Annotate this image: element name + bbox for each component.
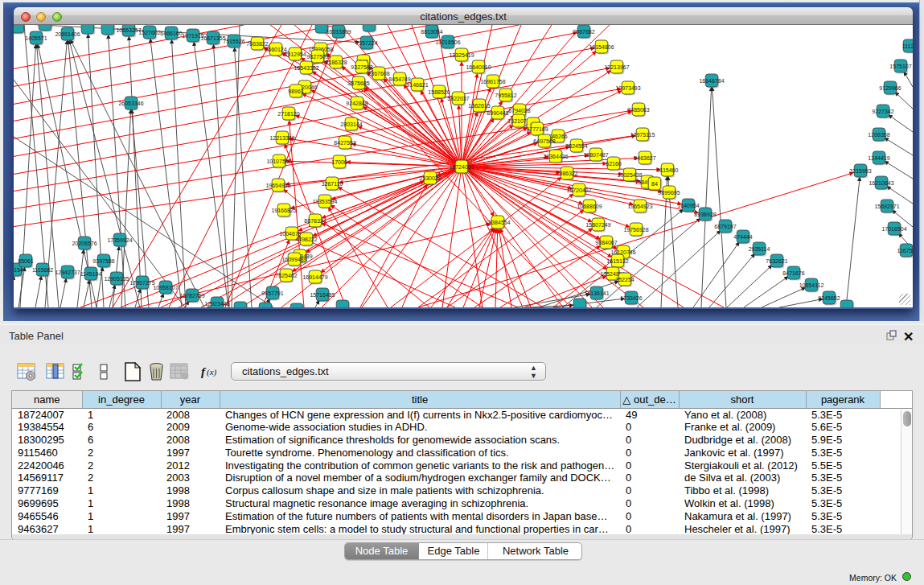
svg-text:8186328: 8186328 xyxy=(325,60,347,65)
svg-text:14136141: 14136141 xyxy=(584,290,609,296)
svg-text:8427552: 8427552 xyxy=(334,140,355,146)
svg-text:19166825: 19166825 xyxy=(271,208,296,213)
svg-text:16640910: 16640910 xyxy=(466,64,491,70)
svg-text:8813054: 8813054 xyxy=(421,29,442,35)
svg-text:2087682: 2087682 xyxy=(573,29,594,35)
svg-text:6466160: 6466160 xyxy=(160,31,182,36)
svg-text:3875685: 3875685 xyxy=(347,80,369,86)
svg-text:16961758: 16961758 xyxy=(480,79,505,84)
svg-text:16648784: 16648784 xyxy=(699,78,724,84)
svg-text:8878334: 8878334 xyxy=(304,218,326,224)
svg-text:16914479: 16914479 xyxy=(302,274,327,280)
svg-text:8471676: 8471676 xyxy=(782,270,804,276)
svg-text:8454749: 8454749 xyxy=(388,76,410,82)
svg-text:1640954: 1640954 xyxy=(677,203,699,208)
svg-text:1527602: 1527602 xyxy=(138,30,160,35)
svg-text:7663822: 7663822 xyxy=(246,41,268,47)
svg-text:9463627: 9463627 xyxy=(634,155,655,161)
svg-text:12923448: 12923448 xyxy=(204,301,229,307)
svg-text:19384554: 19384554 xyxy=(485,220,510,225)
svg-text:16671355: 16671355 xyxy=(200,35,225,41)
svg-text:10107553: 10107553 xyxy=(266,159,291,164)
svg-text:15720407: 15720407 xyxy=(566,187,591,193)
svg-text:5822037: 5822037 xyxy=(447,96,469,101)
svg-text:16099489: 16099489 xyxy=(281,257,306,262)
svg-text:16543382: 16543382 xyxy=(294,65,318,71)
svg-text:10653257: 10653257 xyxy=(116,27,141,33)
svg-text:15692971: 15692971 xyxy=(874,204,899,209)
svg-text:16154806: 16154806 xyxy=(589,44,614,50)
svg-text:12213389: 12213389 xyxy=(269,135,294,141)
svg-text:16120746: 16120746 xyxy=(610,249,635,255)
svg-text:21364436: 21364436 xyxy=(543,154,568,159)
svg-text:11353594: 11353594 xyxy=(313,199,338,204)
svg-text:84: 84 xyxy=(651,181,658,187)
svg-text:9397586: 9397586 xyxy=(92,258,114,264)
svg-text:9227342: 9227342 xyxy=(872,109,893,114)
svg-text:4498222: 4498222 xyxy=(295,237,317,242)
svg-text:1145194: 1145194 xyxy=(80,271,102,277)
svg-text:7625402: 7625402 xyxy=(275,273,297,278)
svg-text:2718120: 2718120 xyxy=(277,111,299,117)
svg-text:3824554: 3824554 xyxy=(565,143,587,149)
svg-text:9245652: 9245652 xyxy=(818,295,840,301)
svg-text:116753: 116753 xyxy=(897,248,913,253)
svg-text:7485063: 7485063 xyxy=(627,107,649,113)
svg-text:1733426: 1733426 xyxy=(620,295,642,301)
svg-text:8990448: 8990448 xyxy=(487,110,508,116)
svg-text:17006: 17006 xyxy=(331,159,347,165)
svg-text:18724007: 18724007 xyxy=(449,164,474,170)
svg-text:3215993: 3215993 xyxy=(849,168,871,174)
svg-text:10654112: 10654112 xyxy=(799,282,824,288)
svg-text:1244419: 1244419 xyxy=(868,155,889,161)
svg-text:7955812: 7955812 xyxy=(495,93,516,98)
svg-text:8938928: 8938928 xyxy=(694,212,716,217)
svg-text:1615132: 1615132 xyxy=(606,258,628,264)
svg-text:12905135: 12905135 xyxy=(104,276,129,282)
svg-text:1405571: 1405571 xyxy=(25,35,47,41)
svg-text:7515526: 7515526 xyxy=(223,39,244,44)
svg-text:98961: 98961 xyxy=(288,89,304,94)
svg-text:3267110: 3267110 xyxy=(322,181,343,187)
svg-text:6794028: 6794028 xyxy=(508,108,530,113)
svg-text:7986322: 7986322 xyxy=(556,171,577,176)
svg-text:17016504: 17016504 xyxy=(881,226,906,232)
svg-text:10807487: 10807487 xyxy=(583,152,608,158)
svg-text:15716485: 15716485 xyxy=(310,292,335,298)
svg-text:12975115: 12975115 xyxy=(630,132,655,138)
svg-text:10958107: 10958107 xyxy=(153,285,178,290)
svg-text:9777169: 9777169 xyxy=(526,126,548,132)
svg-text:9884067: 9884067 xyxy=(595,240,617,245)
svg-text:6497568: 6497568 xyxy=(533,138,555,144)
svg-text:13325419: 13325419 xyxy=(449,52,474,58)
svg-text:9146821: 9146821 xyxy=(406,82,428,88)
svg-text:19654923: 19654923 xyxy=(627,204,652,209)
svg-text:252254: 252254 xyxy=(615,277,634,282)
svg-text:1621072: 1621072 xyxy=(507,118,529,124)
svg-text:9242848: 9242848 xyxy=(346,101,368,106)
svg-text:2530029: 2530029 xyxy=(419,175,441,181)
svg-text:7357224: 7357224 xyxy=(355,40,377,46)
svg-text:20691406: 20691406 xyxy=(55,31,80,37)
svg-text:9827509: 9827509 xyxy=(306,54,328,60)
svg-text:10025438: 10025438 xyxy=(617,172,642,178)
svg-text:9899695: 9899695 xyxy=(658,190,680,196)
svg-text:9129966: 9129966 xyxy=(879,85,901,91)
svg-text:17359924: 17359924 xyxy=(107,237,132,243)
svg-text:7632621: 7632621 xyxy=(766,258,787,264)
svg-text:12942737: 12942737 xyxy=(55,270,80,275)
svg-text:19654935: 19654935 xyxy=(265,183,290,188)
svg-text:1588520: 1588520 xyxy=(428,89,450,95)
svg-text:9457791: 9457791 xyxy=(261,290,283,296)
svg-text:1362615: 1362615 xyxy=(468,103,490,109)
svg-text:8912954: 8912954 xyxy=(284,51,306,57)
svg-text:6879197: 6879197 xyxy=(714,224,736,229)
svg-text:2803144: 2803144 xyxy=(340,122,362,127)
svg-text:2867608: 2867608 xyxy=(368,71,389,76)
svg-text:16210643: 16210643 xyxy=(869,180,893,186)
svg-text:1115682: 1115682 xyxy=(32,267,53,273)
svg-text:9327508: 9327508 xyxy=(351,64,372,70)
svg-text:1575107: 1575107 xyxy=(889,64,911,69)
svg-text:12213967: 12213967 xyxy=(604,64,629,70)
svg-text:(x): (x) xyxy=(207,367,217,377)
